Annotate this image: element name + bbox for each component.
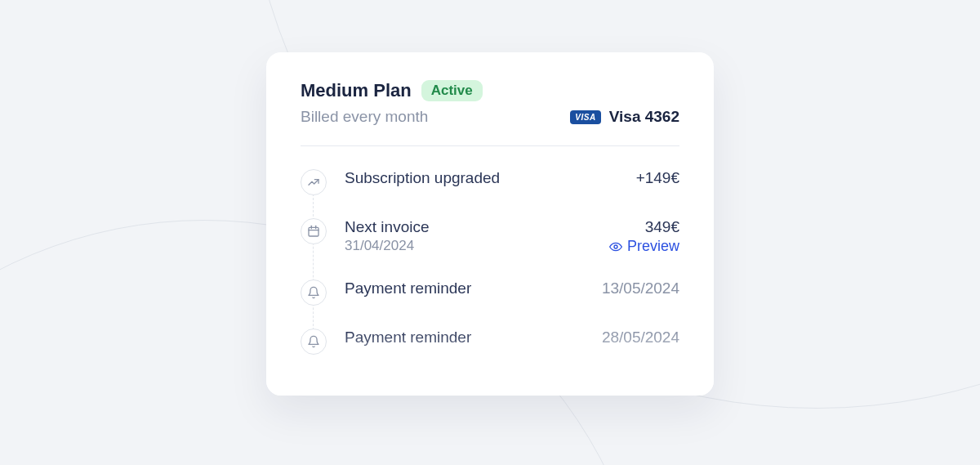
plan-header: Medium Plan Active	[301, 80, 679, 101]
divider	[301, 145, 679, 146]
payment-method[interactable]: VISA Visa 4362	[570, 108, 679, 126]
trend-up-icon	[301, 169, 327, 195]
eye-icon	[609, 240, 622, 253]
timeline-item-date: 31/04/2024	[345, 238, 430, 254]
timeline-item-date: 28/05/2024	[602, 329, 679, 347]
card-last4-label: Visa 4362	[609, 108, 679, 126]
calendar-icon	[301, 218, 327, 244]
timeline-item-title: Next invoice	[345, 218, 430, 236]
timeline: Subscription upgraded +149€ Next invoice…	[301, 169, 679, 355]
timeline-item: Next invoice 31/04/2024 349€ Preview	[301, 218, 679, 257]
bell-icon	[301, 329, 327, 355]
timeline-item-amount: +149€	[636, 169, 679, 187]
plan-name: Medium Plan	[301, 80, 412, 101]
subscription-card: Medium Plan Active Billed every month VI…	[266, 52, 714, 396]
svg-rect-0	[309, 227, 318, 236]
timeline-item-title: Payment reminder	[345, 279, 471, 297]
preview-link-label: Preview	[627, 238, 679, 255]
visa-icon: VISA	[570, 110, 600, 124]
billing-row: Billed every month VISA Visa 4362	[301, 108, 679, 126]
timeline-item: Subscription upgraded +149€	[301, 169, 679, 195]
timeline-item-title: Payment reminder	[345, 329, 471, 347]
status-badge: Active	[421, 80, 483, 101]
preview-link[interactable]: Preview	[609, 238, 679, 255]
bell-icon	[301, 279, 327, 306]
timeline-item-date: 13/05/2024	[602, 279, 679, 297]
timeline-item: Payment reminder 13/05/2024	[301, 279, 679, 306]
svg-point-4	[614, 245, 617, 248]
timeline-item-title: Subscription upgraded	[345, 169, 500, 187]
timeline-item-amount: 349€	[609, 218, 679, 236]
billing-cycle: Billed every month	[301, 108, 428, 126]
timeline-item: Payment reminder 28/05/2024	[301, 329, 679, 355]
